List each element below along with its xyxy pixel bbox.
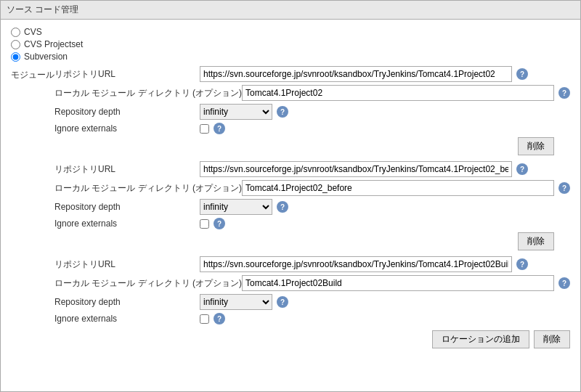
content-area: CVS CVS Projectset Subversion モジュール リポジト… [1,20,580,356]
delete-button-1[interactable]: 削除 [518,137,554,155]
repo-depth-select-3[interactable]: infinity immediates files empty [200,294,272,310]
radio-subversion-label[interactable]: Subversion [24,52,68,62]
ignore-externals-value-2: ? [200,218,570,229]
local-module-help-1[interactable]: ? [558,87,570,99]
local-module-label-1: ローカル モジュール ディレクトリ (オプション) [54,87,242,99]
ignore-externals-row-2: Ignore externals ? [54,218,570,229]
radio-cvs-projectset[interactable] [11,40,20,49]
repo-url-input-1[interactable] [200,66,512,82]
ignore-externals-checkbox-3[interactable] [200,314,209,324]
ignore-externals-label-2: Ignore externals [54,219,200,229]
delete-btn-row-2: 削除 [54,232,570,250]
radio-row-subversion: Subversion [11,52,570,62]
local-module-input-1[interactable] [242,85,554,101]
local-module-value-2: ? [242,180,570,196]
repo-url-row-1: リポジトリURL ? [54,66,570,82]
repo-url-help-1[interactable]: ? [516,68,528,80]
repo-depth-row-1: Repository depth infinity immediates fil… [54,104,570,120]
module-section: モジュール リポジトリURL ? ローカル モジュール ディレクトリ (オプショ… [11,66,570,348]
add-location-button[interactable]: ロケーションの追加 [432,330,529,348]
ignore-externals-row-3: Ignore externals ? [54,313,570,324]
repo-url-row-2: リポジトリURL ? [54,161,570,177]
ignore-externals-help-2[interactable]: ? [214,218,225,229]
repo-url-help-2[interactable]: ? [516,163,528,175]
ignore-externals-help-1[interactable]: ? [214,123,225,134]
repo-url-label-3: リポジトリURL [54,258,200,271]
ignore-externals-help-3[interactable]: ? [214,313,225,324]
repo-depth-value-1: infinity immediates files empty ? [200,104,570,120]
local-module-input-2[interactable] [242,180,554,196]
repo-depth-help-3[interactable]: ? [277,296,288,308]
local-module-value-3: ? [242,275,570,291]
repo-url-value-1: ? [200,66,570,82]
repo-depth-help-1[interactable]: ? [277,106,288,118]
repo-url-label-1: リポジトリURL [54,68,200,81]
module-entry-3: リポジトリURL ? ローカル モジュール ディレクトリ (オプション) ? [54,256,570,324]
local-module-row-1: ローカル モジュール ディレクトリ (オプション) ? [54,85,570,101]
ignore-externals-checkbox-2[interactable] [200,219,209,229]
ignore-externals-value-3: ? [200,313,570,324]
window-title: ソース コード管理 [7,4,78,15]
ignore-externals-value-1: ? [200,123,570,134]
local-module-value-1: ? [242,85,570,101]
repo-depth-value-2: infinity immediates files empty ? [200,199,570,215]
ignore-externals-checkbox-1[interactable] [200,124,209,134]
local-module-input-3[interactable] [242,275,554,291]
title-bar: ソース コード管理 [1,1,580,20]
repo-url-row-3: リポジトリURL ? [54,256,570,272]
radio-row-cvs: CVS [11,27,570,37]
module-label: モジュール [11,66,54,348]
bottom-actions: ロケーションの追加 削除 [54,330,570,348]
repo-depth-label-2: Repository depth [54,202,200,212]
scm-radio-group: CVS CVS Projectset Subversion [11,27,570,62]
repo-depth-row-2: Repository depth infinity immediates fil… [54,199,570,215]
ignore-externals-row-1: Ignore externals ? [54,123,570,134]
ignore-externals-label-3: Ignore externals [54,314,200,324]
repo-url-label-2: リポジトリURL [54,163,200,176]
repo-depth-label-1: Repository depth [54,107,200,117]
main-window: ソース コード管理 CVS CVS Projectset Subversion … [0,0,581,392]
delete-btn-row-1: 削除 [54,137,570,155]
module-entry-2: リポジトリURL ? ローカル モジュール ディレクトリ (オプション) ? [54,161,570,250]
ignore-externals-label-1: Ignore externals [54,123,200,134]
local-module-help-2[interactable]: ? [558,182,570,194]
module-entries: リポジトリURL ? ローカル モジュール ディレクトリ (オプション) ? [54,66,570,348]
local-module-label-3: ローカル モジュール ディレクトリ (オプション) [54,277,242,290]
repo-depth-select-1[interactable]: infinity immediates files empty [200,104,272,120]
repo-url-value-2: ? [200,161,570,177]
delete-button-2[interactable]: 削除 [518,232,554,250]
repo-depth-label-3: Repository depth [54,297,200,307]
repo-url-value-3: ? [200,256,570,272]
local-module-row-2: ローカル モジュール ディレクトリ (オプション) ? [54,180,570,196]
radio-cvs-projectset-label[interactable]: CVS Projectset [24,39,83,49]
repo-url-help-3[interactable]: ? [516,258,528,270]
repo-depth-row-3: Repository depth infinity immediates fil… [54,294,570,310]
repo-depth-value-3: infinity immediates files empty ? [200,294,570,310]
repo-url-input-2[interactable] [200,161,512,177]
radio-cvs[interactable] [11,28,20,37]
local-module-row-3: ローカル モジュール ディレクトリ (オプション) ? [54,275,570,291]
repo-depth-help-2[interactable]: ? [277,201,288,213]
local-module-label-2: ローカル モジュール ディレクトリ (オプション) [54,182,242,195]
radio-subversion[interactable] [11,52,20,62]
radio-row-cvs-projectset: CVS Projectset [11,39,570,49]
module-entry-1: リポジトリURL ? ローカル モジュール ディレクトリ (オプション) ? [54,66,570,155]
repo-depth-select-2[interactable]: infinity immediates files empty [200,199,272,215]
delete-button-final[interactable]: 削除 [534,330,570,348]
local-module-help-3[interactable]: ? [558,277,570,289]
repo-url-input-3[interactable] [200,256,512,272]
radio-cvs-label[interactable]: CVS [24,27,42,37]
